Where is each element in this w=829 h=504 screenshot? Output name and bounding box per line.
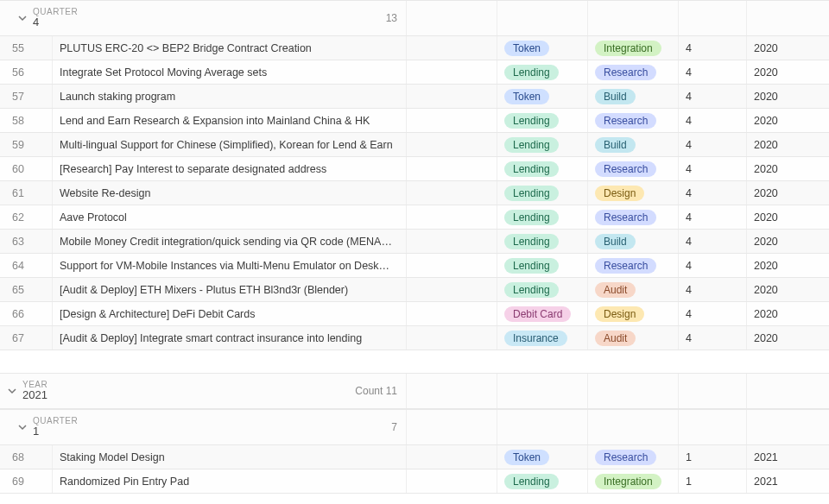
type-cell[interactable]: Lending [497,181,587,205]
title-cell[interactable]: Aave Protocol [52,205,406,229]
tag-pill[interactable]: Lending [504,65,559,80]
type-cell[interactable]: Lending [497,278,587,301]
year-cell[interactable]: 2021 [746,445,828,469]
empty-cell[interactable] [406,254,497,277]
tag-pill[interactable]: Research [595,258,656,274]
year-cell[interactable]: 2020 [746,326,828,350]
year-cell[interactable]: 2020 [746,109,828,132]
table-row[interactable]: 59Multi-lingual Support for Chinese (Sim… [0,133,829,157]
quarter-cell[interactable]: 4 [678,254,746,277]
title-cell[interactable]: Randomized Pin Entry Pad [52,469,406,493]
title-cell[interactable]: PLUTUS ERC-20 <> BEP2 Bridge Contract Cr… [52,36,406,60]
type-cell[interactable]: Lending [497,133,587,156]
tag-pill[interactable]: Design [595,306,644,322]
row-number[interactable]: 58 [0,109,52,132]
year-cell[interactable]: 2020 [746,157,828,180]
title-cell[interactable]: [Audit & Deploy] ETH Mixers - Plutus ETH… [52,278,406,301]
row-number[interactable]: 67 [0,326,52,350]
tag-pill[interactable]: Build [595,137,636,153]
quarter-cell[interactable]: 4 [678,326,746,350]
table-row[interactable]: 60[Research] Pay Interest to separate de… [0,157,829,181]
empty-cell[interactable] [406,230,497,253]
empty-cell[interactable] [406,109,497,132]
group-header[interactable]: QUARTER17 [0,409,829,445]
year-cell[interactable]: 2020 [746,181,828,205]
row-number[interactable]: 55 [0,36,52,60]
row-number[interactable]: 63 [0,230,52,253]
table-row[interactable]: 68Staking Model DesignTokenResearch12021 [0,445,829,469]
tag-pill[interactable]: Lending [504,282,559,298]
year-cell[interactable]: 2020 [746,60,828,84]
title-cell[interactable]: Staking Model Design [52,445,406,469]
type-cell[interactable]: Debit Card [497,302,587,325]
title-cell[interactable]: [Design & Architecture] DeFi Debit Cards [52,302,406,325]
quarter-cell[interactable]: 4 [678,181,746,205]
table-row[interactable]: 57Launch staking programTokenBuild42020 [0,85,829,109]
row-number[interactable]: 61 [0,181,52,205]
quarter-cell[interactable]: 4 [678,205,746,229]
table-row[interactable]: 56Integrate Set Protocol Moving Average … [0,60,829,85]
type-cell[interactable]: Insurance [497,326,587,350]
table-row[interactable]: 67[Audit & Deploy] Integrate smart contr… [0,326,829,350]
group-header[interactable]: YEAR2021Count 11 [0,373,829,409]
row-number[interactable]: 66 [0,302,52,325]
table-row[interactable]: 66[Design & Architecture] DeFi Debit Car… [0,302,829,326]
empty-cell[interactable] [406,133,497,156]
tag-pill[interactable]: Token [504,89,549,104]
tag-pill[interactable]: Design [595,186,644,201]
stage-cell[interactable]: Audit [587,326,678,350]
row-number[interactable]: 57 [0,85,52,108]
tag-pill[interactable]: Lending [504,474,559,489]
tag-pill[interactable]: Build [595,234,636,249]
stage-cell[interactable]: Research [587,205,678,229]
stage-cell[interactable]: Research [587,157,678,180]
year-cell[interactable]: 2021 [746,469,828,493]
row-number[interactable]: 60 [0,157,52,180]
table-row[interactable]: 64Support for VM-Mobile Instances via Mu… [0,254,829,278]
year-cell[interactable]: 2020 [746,302,828,325]
group-header-inner[interactable]: QUARTER17 [0,410,406,444]
type-cell[interactable]: Lending [497,230,587,253]
row-number[interactable]: 62 [0,205,52,229]
tag-pill[interactable]: Build [595,89,636,104]
table-row[interactable]: 58Lend and Earn Research & Expansion int… [0,109,829,133]
quarter-cell[interactable]: 4 [678,109,746,132]
stage-cell[interactable]: Build [587,133,678,156]
tag-pill[interactable]: Lending [504,137,559,153]
empty-cell[interactable] [406,469,497,493]
tag-pill[interactable]: Research [595,161,656,177]
year-cell[interactable]: 2020 [746,133,828,156]
type-cell[interactable]: Lending [497,205,587,229]
empty-cell[interactable] [406,326,497,350]
empty-cell[interactable] [406,60,497,84]
stage-cell[interactable]: Audit [587,278,678,301]
title-cell[interactable]: Lend and Earn Research & Expansion into … [52,109,406,132]
empty-cell[interactable] [406,445,497,469]
row-number[interactable]: 64 [0,254,52,277]
year-cell[interactable]: 2020 [746,254,828,277]
row-number[interactable]: 65 [0,278,52,301]
tag-pill[interactable]: Lending [504,234,559,249]
stage-cell[interactable]: Research [587,254,678,277]
title-cell[interactable]: Mobile Money Credit integration/quick se… [52,230,406,253]
empty-cell[interactable] [406,36,497,60]
row-number[interactable]: 68 [0,445,52,469]
empty-cell[interactable] [406,85,497,108]
tag-pill[interactable]: Lending [504,186,559,201]
stage-cell[interactable]: Design [587,302,678,325]
stage-cell[interactable]: Research [587,109,678,132]
quarter-cell[interactable]: 1 [678,469,746,493]
table-row[interactable]: 69Randomized Pin Entry PadLendingIntegra… [0,469,829,494]
quarter-cell[interactable]: 4 [678,85,746,108]
tag-pill[interactable]: Token [504,450,549,465]
row-number[interactable]: 59 [0,133,52,156]
table-row[interactable]: 63Mobile Money Credit integration/quick … [0,230,829,254]
quarter-cell[interactable]: 1 [678,445,746,469]
quarter-cell[interactable]: 4 [678,36,746,60]
quarter-cell[interactable]: 4 [678,278,746,301]
stage-cell[interactable]: Design [587,181,678,205]
stage-cell[interactable]: Research [587,445,678,469]
row-number[interactable]: 69 [0,469,52,493]
quarter-cell[interactable]: 4 [678,133,746,156]
group-header-inner[interactable]: QUARTER413 [0,1,406,35]
